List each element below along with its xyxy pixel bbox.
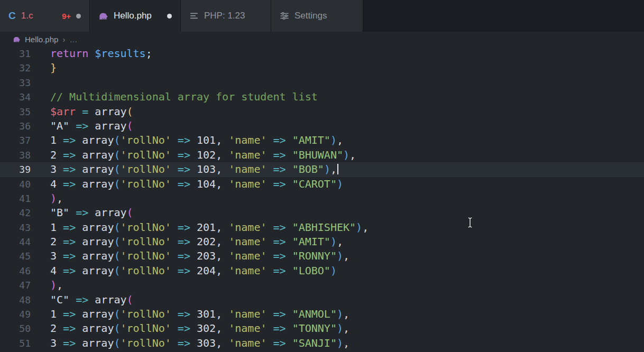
editor[interactable]: 31return $results;32}3334// Multidimensi… [0,47,644,352]
breadcrumb-more[interactable]: … [69,35,77,44]
line-number[interactable]: 45 [0,249,31,263]
line-number[interactable]: 36 [0,119,31,133]
tab-1c[interactable]: C 1.c 9+ [0,0,90,32]
code-text: return $results; [50,47,152,61]
error-count-badge: 9+ [62,12,71,21]
code-text: } [50,61,57,75]
line-number[interactable]: 40 [0,177,31,191]
breadcrumb-separator: › [62,35,65,44]
code-line[interactable]: 464 => array('rollNo' => 204, 'name' => … [0,264,644,278]
tab-settings[interactable]: Settings [271,0,363,32]
code-line[interactable]: 47), [0,278,644,292]
tab-hello-php[interactable]: Hello.php [90,0,181,32]
tab-label: 1.c [21,11,33,21]
code-line[interactable]: 453 => array('rollNo' => 203, 'name' => … [0,249,644,263]
code-line[interactable]: 502 => array('rollNo' => 302, 'name' => … [0,321,644,336]
code-text: 1 => array('rollNo' => 301, 'name' => "A… [50,307,349,321]
php-elephant-icon [98,11,108,21]
code-text: // Multidimensional array for student li… [50,90,318,104]
line-number[interactable]: 38 [0,148,31,162]
code-text: 1 => array('rollNo' => 201, 'name' => "A… [50,220,369,235]
code-line[interactable]: 32} [0,61,644,75]
code-text: 4 => array('rollNo' => 204, 'name' => "L… [50,264,337,278]
code-line[interactable]: 42"B" => array( [0,206,644,220]
code-text: 2 => array('rollNo' => 102, 'name' => "B… [50,148,356,162]
editor-lines: 31return $results;32}3334// Multidimensi… [0,47,644,350]
line-number[interactable]: 37 [0,133,31,147]
code-line[interactable]: 404 => array('rollNo' => 104, 'name' => … [0,177,644,191]
line-number[interactable]: 47 [0,278,31,292]
code-line[interactable]: 48"C" => array( [0,293,644,307]
code-text: "C" => array( [50,293,133,307]
code-text: "A" => array( [50,119,133,133]
line-number[interactable]: 35 [0,105,31,119]
line-number[interactable]: 49 [0,307,31,321]
breadcrumb-file[interactable]: Hello.php [25,35,58,44]
line-number[interactable]: 32 [0,61,31,75]
line-number[interactable]: 33 [0,76,31,90]
code-text: 1 => array('rollNo' => 101, 'name' => "A… [50,133,343,147]
code-line[interactable]: 34// Multidimensional array for student … [0,90,644,104]
code-text: 2 => array('rollNo' => 302, 'name' => "T… [50,321,349,336]
code-line[interactable]: 36"A" => array( [0,119,644,133]
tab-php-version[interactable]: PHP: 1.23 [181,0,271,32]
line-number[interactable]: 42 [0,206,31,220]
line-number[interactable]: 46 [0,264,31,278]
tab-bar-empty-space [363,0,644,32]
code-line[interactable]: 41), [0,191,644,206]
modified-dot-icon[interactable] [76,14,81,18]
line-number[interactable]: 48 [0,293,31,307]
code-text: "B" => array( [50,206,133,220]
code-text: 3 => array('rollNo' => 303, 'name' => "S… [50,336,349,350]
line-number[interactable]: 43 [0,220,31,235]
line-number[interactable]: 34 [0,90,31,104]
modified-dot-icon[interactable] [167,14,172,18]
line-number[interactable]: 31 [0,47,31,61]
tab-label: Hello.php [114,11,152,21]
php-version-icon [189,11,199,21]
line-number[interactable]: 44 [0,235,31,249]
breadcrumb: Hello.php › … [0,32,644,47]
c-language-icon: C [8,10,16,22]
code-line[interactable]: 393 => array('rollNo' => 103, 'name' => … [0,162,644,177]
line-number[interactable]: 41 [0,191,31,206]
settings-sliders-icon [280,11,289,21]
code-text: 3 => array('rollNo' => 103, 'name' => "B… [50,162,338,177]
code-text: 3 => array('rollNo' => 203, 'name' => "R… [50,249,349,263]
code-text: ), [50,278,63,292]
tab-label: Settings [295,11,327,21]
code-line[interactable]: 31return $results; [0,47,644,61]
line-number[interactable]: 51 [0,336,31,350]
code-text: ), [50,191,63,206]
code-line[interactable]: 513 => array('rollNo' => 303, 'name' => … [0,336,644,350]
tab-bar: C 1.c 9+ Hello.php PHP: 1.23 Settings [0,0,644,32]
text-caret [337,164,338,174]
code-text: 4 => array('rollNo' => 104, 'name' => "C… [50,177,343,191]
code-text: $arr = array( [50,105,133,119]
php-elephant-icon [13,35,21,43]
code-line[interactable]: 442 => array('rollNo' => 202, 'name' => … [0,235,644,249]
line-number[interactable]: 39 [0,162,31,177]
tab-label: PHP: 1.23 [204,11,245,21]
code-text: 2 => array('rollNo' => 202, 'name' => "A… [50,235,343,249]
code-line[interactable]: 33 [0,76,644,90]
code-line[interactable]: 431 => array('rollNo' => 201, 'name' => … [0,220,644,235]
code-line[interactable]: 35$arr = array( [0,105,644,119]
line-number[interactable]: 50 [0,321,31,336]
code-line[interactable]: 371 => array('rollNo' => 101, 'name' => … [0,133,644,147]
code-line[interactable]: 382 => array('rollNo' => 102, 'name' => … [0,148,644,162]
code-line[interactable]: 491 => array('rollNo' => 301, 'name' => … [0,307,644,321]
